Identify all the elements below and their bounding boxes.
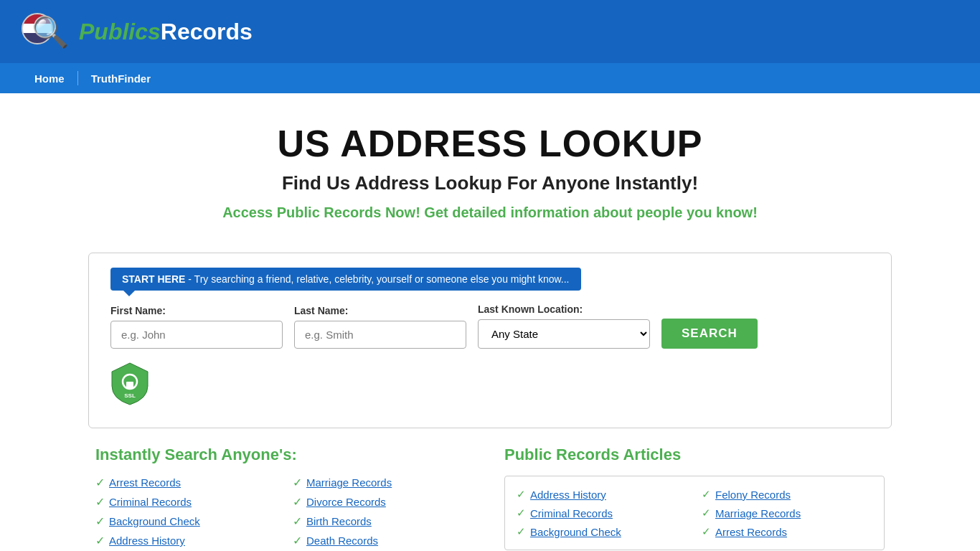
article-link[interactable]: Background Check bbox=[530, 526, 621, 538]
checkmark-icon: ✓ bbox=[95, 476, 105, 489]
instant-search-title: Instantly Search Anyone's: bbox=[95, 446, 476, 464]
location-label: Last Known Location: bbox=[478, 303, 650, 315]
svg-rect-1 bbox=[126, 382, 133, 388]
state-select[interactable]: Any StateAlabamaAlaskaArizonaArkansasCal… bbox=[478, 319, 650, 349]
search-fields: First Name: Last Name: Last Known Locati… bbox=[110, 303, 870, 349]
record-link[interactable]: Arrest Records bbox=[109, 476, 181, 489]
hero-subtitle: Find Us Address Lookup For Anyone Instan… bbox=[14, 172, 966, 194]
nav-home[interactable]: Home bbox=[22, 65, 77, 92]
hero-section: US ADDRESS LOOKUP Find Us Address Lookup… bbox=[0, 93, 980, 235]
article-item: ✓Arrest Records bbox=[702, 525, 872, 538]
first-name-input[interactable] bbox=[110, 321, 283, 349]
location-group: Last Known Location: Any StateAlabamaAla… bbox=[478, 303, 650, 349]
checkmark-icon: ✓ bbox=[517, 488, 526, 501]
svg-text:SSL: SSL bbox=[124, 392, 136, 399]
record-link[interactable]: Divorce Records bbox=[306, 496, 386, 508]
site-header: 🔍 PublicsRecords bbox=[0, 0, 980, 63]
article-item: ✓Address History bbox=[517, 488, 687, 501]
record-link[interactable]: Birth Records bbox=[306, 515, 372, 527]
list-item: ✓Arrest Records bbox=[95, 476, 278, 489]
list-item: ✓Criminal Records bbox=[95, 495, 278, 509]
article-link[interactable]: Felony Records bbox=[715, 489, 791, 501]
record-link[interactable]: Criminal Records bbox=[109, 496, 192, 508]
checkmark-icon: ✓ bbox=[95, 534, 105, 547]
ssl-badge: SSL bbox=[110, 362, 870, 406]
articles-grid: ✓Address History✓Felony Records✓Criminal… bbox=[517, 488, 872, 538]
tooltip-text: - Try searching a friend, relative, cele… bbox=[188, 273, 569, 285]
ssl-shield-icon: SSL bbox=[110, 362, 149, 406]
article-link[interactable]: Criminal Records bbox=[530, 507, 613, 519]
hero-tagline: Access Public Records Now! Get detailed … bbox=[14, 204, 966, 221]
checkmark-icon: ✓ bbox=[293, 514, 302, 528]
articles-box: ✓Address History✓Felony Records✓Criminal… bbox=[504, 476, 885, 550]
list-item: ✓Marriage Records bbox=[293, 476, 476, 489]
checkmark-icon: ✓ bbox=[517, 507, 526, 519]
nav-truthfinder[interactable]: TruthFinder bbox=[78, 65, 164, 92]
article-item: ✓Criminal Records bbox=[517, 507, 687, 519]
last-name-group: Last Name: bbox=[294, 305, 466, 349]
checkmark-icon: ✓ bbox=[702, 488, 711, 501]
record-link[interactable]: Marriage Records bbox=[306, 476, 392, 489]
record-link[interactable]: Background Check bbox=[109, 515, 200, 527]
tooltip-bold: START HERE bbox=[122, 273, 185, 285]
list-item: ✓Address History bbox=[95, 534, 278, 547]
record-link[interactable]: Address History bbox=[109, 534, 185, 547]
article-link[interactable]: Address History bbox=[530, 489, 606, 501]
search-box: START HERE - Try searching a friend, rel… bbox=[88, 253, 892, 428]
hero-title: US ADDRESS LOOKUP bbox=[14, 122, 966, 165]
first-name-group: First Name: bbox=[110, 305, 283, 349]
article-link[interactable]: Marriage Records bbox=[715, 507, 801, 519]
last-name-label: Last Name: bbox=[294, 305, 466, 316]
article-link[interactable]: Arrest Records bbox=[715, 526, 787, 538]
record-list: ✓Arrest Records✓Marriage Records✓Crimina… bbox=[95, 476, 476, 547]
checkmark-icon: ✓ bbox=[95, 495, 105, 509]
checkmark-icon: ✓ bbox=[293, 495, 302, 509]
article-item: ✓Marriage Records bbox=[702, 507, 872, 519]
list-item: ✓Birth Records bbox=[293, 514, 476, 528]
list-item: ✓Divorce Records bbox=[293, 495, 476, 509]
logo-publics-text: Publics bbox=[79, 19, 161, 44]
main-nav: Home TruthFinder bbox=[0, 63, 980, 93]
list-item: ✓Death Records bbox=[293, 534, 476, 547]
articles-col: Public Records Articles ✓Address History… bbox=[504, 446, 885, 550]
search-button[interactable]: SEARCH bbox=[661, 319, 758, 349]
logo-records-text: Records bbox=[161, 19, 253, 44]
articles-title: Public Records Articles bbox=[504, 446, 885, 464]
checkmark-icon: ✓ bbox=[517, 525, 526, 538]
article-item: ✓Felony Records bbox=[702, 488, 872, 501]
article-item: ✓Background Check bbox=[517, 525, 687, 538]
list-item: ✓Background Check bbox=[95, 514, 278, 528]
record-link[interactable]: Death Records bbox=[306, 534, 378, 547]
last-name-input[interactable] bbox=[294, 321, 466, 349]
start-tooltip: START HERE - Try searching a friend, rel… bbox=[110, 268, 581, 291]
first-name-label: First Name: bbox=[110, 305, 283, 316]
magnify-icon: 🔍 bbox=[32, 14, 69, 50]
checkmark-icon: ✓ bbox=[702, 525, 711, 538]
checkmark-icon: ✓ bbox=[293, 534, 302, 547]
logo[interactable]: 🔍 PublicsRecords bbox=[22, 9, 253, 55]
instant-search-col: Instantly Search Anyone's: ✓Arrest Recor… bbox=[95, 446, 476, 550]
bottom-section: Instantly Search Anyone's: ✓Arrest Recor… bbox=[88, 446, 892, 550]
checkmark-icon: ✓ bbox=[702, 507, 711, 519]
checkmark-icon: ✓ bbox=[95, 514, 105, 528]
checkmark-icon: ✓ bbox=[293, 476, 302, 489]
